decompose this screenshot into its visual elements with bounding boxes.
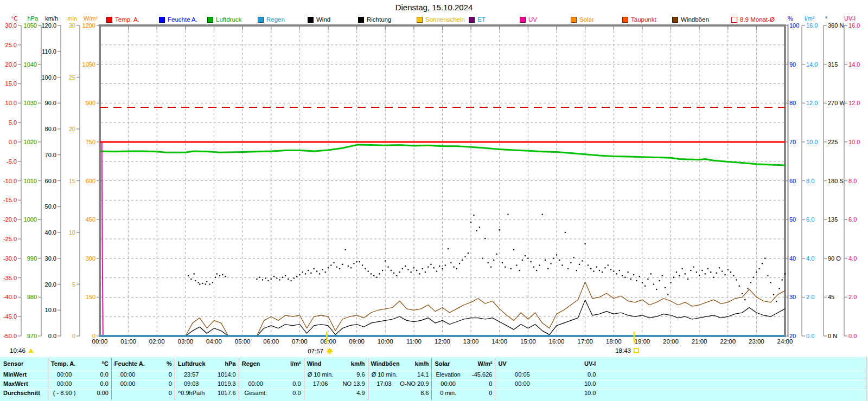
svg-text:30.0: 30.0 xyxy=(45,255,56,262)
svg-text:50.0: 50.0 xyxy=(45,203,56,210)
table-cell-value: 0.00 xyxy=(80,389,111,398)
svg-text:970: 970 xyxy=(27,333,37,339)
svg-text:-30.0: -30.0 xyxy=(3,255,17,262)
table-cell-time xyxy=(495,389,549,398)
svg-text:19:00: 19:00 xyxy=(634,338,650,345)
svg-text:100.0: 100.0 xyxy=(41,74,56,81)
table-cell-value: 0 xyxy=(144,389,175,398)
sunset-icon xyxy=(634,348,639,353)
svg-text:30: 30 xyxy=(69,22,75,29)
table-row-minwert: 00:000.0 xyxy=(48,370,111,379)
svg-text:30: 30 xyxy=(789,294,796,300)
svg-text:40.0: 40.0 xyxy=(45,229,56,236)
table-rowheader-minwert: MinWert xyxy=(0,370,48,379)
table-cell-time: 00:05 xyxy=(495,370,549,379)
svg-text:12.0: 12.0 xyxy=(806,100,818,106)
table-row-header: Feuchte A.% xyxy=(112,358,175,370)
table-row-header: Windkm/h xyxy=(304,358,368,370)
svg-text:2.0: 2.0 xyxy=(848,294,857,300)
table-row-minwert: 00:050.0 xyxy=(495,370,598,379)
table-cell-value xyxy=(272,370,304,379)
table-row-maxwert: 17:06NO 13.9 xyxy=(304,379,368,389)
table-col-name: Luftdruck xyxy=(175,358,209,370)
svg-text:17:00: 17:00 xyxy=(577,338,593,345)
svg-text:11:00: 11:00 xyxy=(406,338,422,345)
svg-text:03:00: 03:00 xyxy=(177,338,193,345)
svg-text:13:00: 13:00 xyxy=(463,338,479,345)
svg-text:-50.0: -50.0 xyxy=(3,333,17,339)
svg-text:09:00: 09:00 xyxy=(349,338,365,345)
table-cell-time xyxy=(304,389,337,398)
svg-text:01:00: 01:00 xyxy=(120,338,136,345)
sunrise-sun-icon xyxy=(326,347,333,354)
svg-text:0.0: 0.0 xyxy=(9,139,17,145)
table-col-solar: SolarW/m²Elevation-45.62600:0000 min.0 xyxy=(431,358,495,400)
svg-text:14:00: 14:00 xyxy=(492,338,507,345)
table-row-durchschnitt: 10.0 xyxy=(495,389,598,398)
svg-text:10.0: 10.0 xyxy=(806,139,818,145)
table-col-uv: UVUV-I00:050.000:0010.010.0 xyxy=(495,358,866,400)
svg-text:4.0: 4.0 xyxy=(806,255,814,262)
svg-text:750: 750 xyxy=(86,139,95,145)
svg-text:80.0: 80.0 xyxy=(45,126,56,132)
svg-text:120.0: 120.0 xyxy=(41,22,56,29)
table-row-maxwert: 00:000 xyxy=(432,379,495,389)
svg-text:02:00: 02:00 xyxy=(149,338,165,345)
svg-text:8.0: 8.0 xyxy=(848,178,857,184)
svg-text:270 W: 270 W xyxy=(828,100,845,106)
table-cell-time: 00:00 xyxy=(48,370,80,379)
table-cell-time: 09:03 xyxy=(175,379,208,389)
svg-text:-20.0: -20.0 xyxy=(3,216,17,223)
table-cell-value: 10.0 xyxy=(549,379,598,389)
table-cell-time: Elevation xyxy=(432,370,464,379)
table-cell-time xyxy=(239,370,272,379)
richtung-scatter xyxy=(188,214,786,302)
table-col-name: Solar xyxy=(432,358,465,370)
axis-lm2: 16.014.012.010.08.06.04.02.00.0 xyxy=(802,22,818,339)
table-cell-time: 23:57 xyxy=(175,370,208,379)
table-cell-time: ^0.9hPa/h xyxy=(175,389,208,398)
table-row-maxwert: 00:000.0 xyxy=(48,379,111,389)
svg-text:5.0: 5.0 xyxy=(9,119,17,126)
sunrise-label: 07:57 xyxy=(296,347,335,354)
svg-text:-45.0: -45.0 xyxy=(3,313,17,320)
svg-text:315: 315 xyxy=(828,61,838,68)
table-col-unit: hPa xyxy=(209,358,239,370)
table-cell-time xyxy=(368,389,401,398)
svg-text:15:00: 15:00 xyxy=(520,338,536,345)
table-row-durchschnitt: 8.6 xyxy=(368,389,432,398)
svg-text:-25.0: -25.0 xyxy=(3,236,17,242)
table-cell-value: 1017.6 xyxy=(208,389,239,398)
svg-text:1030: 1030 xyxy=(24,100,37,106)
day-length-label: 10:46 xyxy=(10,347,34,354)
table-rowheader-maxwert: MaxWert xyxy=(0,379,48,389)
svg-text:225: 225 xyxy=(828,139,838,145)
svg-text:10.0: 10.0 xyxy=(848,139,860,145)
svg-text:07:00: 07:00 xyxy=(292,338,308,345)
table-cell-value: 0 xyxy=(144,379,175,389)
svg-text:40: 40 xyxy=(789,255,796,262)
svg-text:12:00: 12:00 xyxy=(435,338,450,345)
table-cell-value: NO 13.9 xyxy=(336,379,367,389)
svg-text:110.0: 110.0 xyxy=(42,48,56,55)
table-cell-time: Ø 10 min. xyxy=(304,370,337,379)
svg-text:23:00: 23:00 xyxy=(749,338,764,345)
table-cell-value: 0.0 xyxy=(549,370,598,379)
table-row-durchschnitt: 4.9 xyxy=(304,389,368,398)
table-rowheader-label: Durchschnitt xyxy=(0,389,40,398)
table-cell-time xyxy=(112,389,144,398)
table-row-header: Regenl/m² xyxy=(239,358,304,370)
svg-text:14.0: 14.0 xyxy=(806,61,818,68)
table-cell-value: 0 xyxy=(144,370,175,379)
axis-temp: 30.025.020.015.010.05.00.0-5.0-10.0-15.0… xyxy=(3,22,21,339)
axis-hpa: 105010401030102010101000990980970 xyxy=(24,22,41,339)
svg-text:45: 45 xyxy=(828,294,834,300)
svg-text:20:00: 20:00 xyxy=(663,338,679,345)
table-cell-time: 17:03 xyxy=(368,379,400,389)
table-col-name: Temp. A. xyxy=(48,358,82,370)
table-col-unit: °C xyxy=(82,358,111,370)
table-row-minwert xyxy=(239,370,304,379)
svg-text:10.0: 10.0 xyxy=(45,307,56,313)
svg-text:2.0: 2.0 xyxy=(806,294,814,300)
table-cell-time: 17:06 xyxy=(304,379,337,389)
